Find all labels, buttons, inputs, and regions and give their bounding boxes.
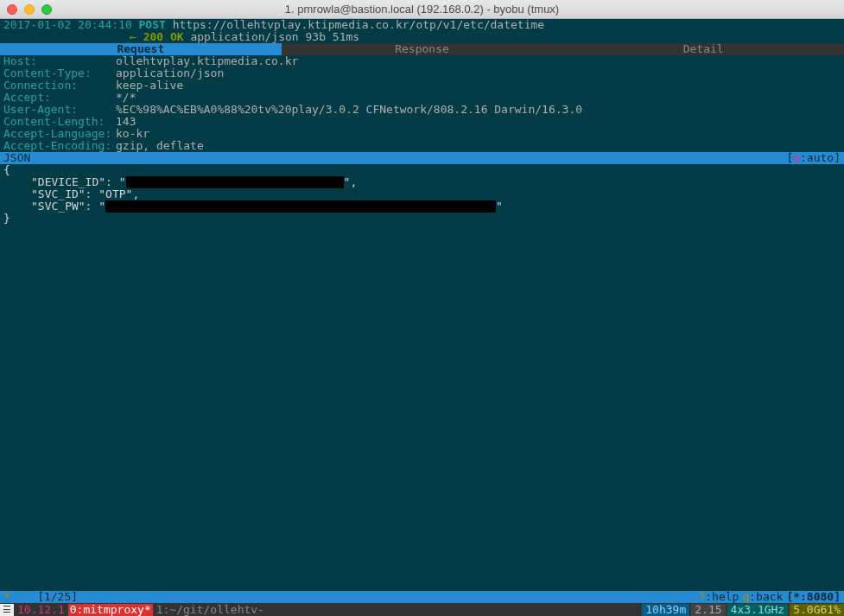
zoom-icon[interactable]: [41, 4, 52, 15]
json-label: JSON: [3, 152, 30, 164]
tab-detail[interactable]: Detail: [562, 43, 844, 55]
response-summary-line: ← 200 OK application/json 93b 51ms: [0, 31, 844, 43]
json-mode: [m:auto]: [786, 152, 841, 164]
tmux-window-1[interactable]: 1:~/git/ollehtv-: [153, 604, 268, 616]
status-code: 200 OK: [143, 30, 184, 43]
header-key: Content-Type:: [3, 67, 116, 79]
json-line-svc-pw: "SVC_PW": " ": [3, 200, 841, 213]
minimize-icon[interactable]: [24, 4, 35, 15]
window-title: 1. pmrowla@bastion.local (192.168.0.2) -…: [285, 3, 559, 16]
os-version: 10.12.1: [14, 604, 68, 616]
load-badge: 2.15: [691, 604, 725, 616]
cpu-badge: 4x3.1GHz: [727, 604, 789, 616]
header-key: Accept-Language:: [3, 128, 116, 140]
header-row: Content-Length:143: [3, 116, 841, 128]
memory-badge: 5.0G61%: [790, 604, 844, 616]
flow-position: [1/25]: [37, 590, 78, 603]
request-headers: Host:ollehtvplay.ktipmedia.co.kr Content…: [0, 55, 844, 152]
http-method: POST: [139, 18, 166, 31]
header-row: User-Agent:%EC%98%AC%EB%A0%88%20tv%20pla…: [3, 104, 841, 116]
status-left: * [1/25]: [3, 591, 78, 603]
json-close: }: [3, 213, 841, 225]
header-val: %EC%98%AC%EB%A0%88%20tv%20play/3.0.2 CFN…: [116, 104, 582, 116]
redacted-value: [126, 176, 344, 188]
terminal[interactable]: 2017-01-02 20:44:10 POST https://ollehtv…: [0, 19, 844, 616]
header-key: Accept-Encoding:: [3, 140, 116, 152]
terminal-spacer: [0, 225, 844, 591]
tmux-window-0[interactable]: 0:mitmproxy*: [68, 604, 153, 616]
header-key: Content-Length:: [3, 116, 116, 128]
json-body: { "DEVICE_ID": " ", "SVC_ID": "OTP", "SV…: [0, 164, 844, 225]
timestamp: 2017-01-02 20:44:10: [3, 18, 132, 31]
mitmproxy-statusbar: * [1/25] ?:help q:back [*:8080]: [0, 591, 844, 603]
tmux-statusbar: ☰ 10.12.1 0:mitmproxy* 1:~/git/ollehtv- …: [0, 603, 844, 616]
traffic-lights: [7, 4, 52, 15]
json-open: {: [3, 164, 841, 176]
header-key: Accept:: [3, 92, 116, 104]
close-icon[interactable]: [7, 4, 17, 15]
tab-request[interactable]: Request: [0, 43, 282, 55]
arrow-left-icon: ←: [130, 30, 136, 43]
header-key: User-Agent:: [3, 104, 116, 116]
header-val: 143: [116, 116, 136, 128]
json-line-device-id: "DEVICE_ID": " ",: [3, 176, 841, 188]
header-row: Content-Type:application/json: [3, 67, 841, 79]
header-row: Accept-Language:ko-kr: [3, 128, 841, 140]
header-row: Accept-Encoding:gzip, deflate: [3, 140, 841, 152]
uptime-badge: 10h39m: [642, 604, 689, 616]
header-key: Connection:: [3, 79, 116, 92]
header-row: Accept:*/*: [3, 92, 841, 104]
json-line-svc-id: "SVC_ID": "OTP",: [3, 188, 841, 200]
header-key: Host:: [3, 55, 116, 67]
status-meta: application/json 93b 51ms: [190, 30, 359, 43]
tabs: Request Response Detail: [0, 43, 844, 55]
titlebar: 1. pmrowla@bastion.local (192.168.0.2) -…: [0, 0, 844, 19]
header-row: Connection:keep-alive: [3, 79, 841, 92]
request-url: https://ollehtvplay.ktipmedia.co.kr/otp/…: [173, 18, 544, 31]
json-bar: JSON [m:auto]: [0, 152, 844, 164]
header-val: application/json: [116, 67, 224, 79]
header-row: Host:ollehtvplay.ktipmedia.co.kr: [3, 55, 841, 67]
request-summary-line: 2017-01-02 20:44:10 POST https://ollehtv…: [0, 19, 844, 31]
header-val: */*: [116, 92, 136, 104]
redacted-value: [105, 200, 496, 213]
port-badge: [*:8080]: [786, 591, 841, 603]
header-val: ollehtvplay.ktipmedia.co.kr: [116, 55, 298, 67]
header-val: gzip, deflate: [116, 140, 204, 152]
header-val: ko-kr: [116, 128, 149, 140]
header-val: keep-alive: [116, 79, 183, 92]
status-right: ?:help q:back [*:8080]: [698, 591, 841, 603]
byobu-logo-icon: ☰: [0, 604, 14, 616]
tab-response[interactable]: Response: [282, 43, 563, 55]
